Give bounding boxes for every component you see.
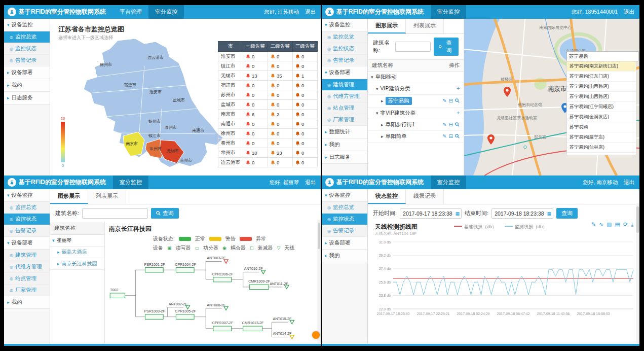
device-topology-diagram[interactable]: T002 PSR1001-2F CPR1004-2F ANT003-2F CPR… xyxy=(108,254,321,345)
sidebar-item-monitor-overview[interactable]: ◎监控总览 xyxy=(322,202,367,214)
device-node[interactable] xyxy=(213,277,232,282)
map-city-label[interactable]: 常州市 xyxy=(149,147,162,151)
map-city-label[interactable]: 苏州市 xyxy=(180,158,192,163)
query-button[interactable]: 查询 xyxy=(556,208,578,219)
sidebar-section-mine[interactable]: ▸我的 xyxy=(4,296,50,309)
tree-node-fuyang-simple[interactable]: ▸ 阜阳简单 ✎ ⊟ xyxy=(368,131,464,143)
table-row[interactable]: 连云港市000 xyxy=(218,158,318,167)
map-search-input[interactable] xyxy=(566,51,638,61)
table-row[interactable]: 泰州市000 xyxy=(218,138,318,148)
table-row[interactable]: 淮安市000 xyxy=(218,52,318,61)
tab-list-view[interactable]: 列表展示 xyxy=(406,19,444,33)
tree-node-fuyang-street[interactable]: ▸ 阜阳步行街1 ✎ ⊟ xyxy=(368,119,464,131)
calendar-icon[interactable]: ▦ xyxy=(547,211,552,216)
nav-indoor-monitor[interactable]: 室分监控 xyxy=(148,5,184,19)
nav-indoor-monitor[interactable]: 室分监控 xyxy=(113,176,148,189)
end-time-input[interactable] xyxy=(491,208,553,219)
tree-node-root[interactable]: ▾ 崔丽琴 xyxy=(50,235,104,247)
tree-node-root[interactable]: ▾ 阜阳移动 xyxy=(368,72,464,83)
vertical-scrollbar[interactable] xyxy=(636,203,639,343)
map-city-label[interactable]: 宿迁市 xyxy=(124,83,136,87)
scrollbar-thumb[interactable] xyxy=(318,223,320,249)
logout-link[interactable]: 退出 xyxy=(624,9,634,16)
map-city-label[interactable]: 淮安市 xyxy=(149,90,162,94)
toolbox-mark-icon[interactable]: ✎ xyxy=(591,222,596,227)
sidebar-item-monitor-status[interactable]: ◎监控状态 xyxy=(4,214,50,225)
sidebar-item-site-mgmt[interactable]: ◎站点管理 xyxy=(4,273,50,285)
sidebar-item-maintainer-mgmt[interactable]: ◎代维方管理 xyxy=(4,261,50,273)
nav-indoor-monitor[interactable]: 室分监控 xyxy=(431,5,466,19)
search-icon[interactable] xyxy=(455,122,460,127)
sidebar-section-mine[interactable]: ▸我的 xyxy=(4,79,50,92)
search-result-item[interactable]: 苏宁易购(山西路店) xyxy=(567,82,636,92)
sidebar-item-building-mgmt[interactable]: ◎建筑管理 xyxy=(322,79,367,91)
tree-node-nonvip-category[interactable]: ▾ 非VIP建筑分类 + xyxy=(368,108,464,119)
legend-monitor[interactable]: 监测线损（db） xyxy=(505,224,547,230)
map-city-label[interactable]: 镇江市 xyxy=(148,133,161,138)
search-result-item[interactable]: 苏宁易购(仙林店) xyxy=(567,143,636,153)
device-node[interactable] xyxy=(243,326,262,331)
map-pin-red[interactable] xyxy=(487,134,495,145)
map-city-label[interactable]: 连云港市 xyxy=(147,55,164,60)
device-node[interactable] xyxy=(145,268,164,272)
search-result-item[interactable]: 苏宁易购(南京新街口店) xyxy=(567,61,636,72)
add-icon[interactable]: + xyxy=(457,86,460,91)
sidebar-item-monitor-overview[interactable]: ◎监控总览 xyxy=(4,202,50,214)
device-node[interactable] xyxy=(145,314,164,319)
query-button[interactable]: 查询 xyxy=(434,38,459,56)
search-result-item[interactable]: 苏宁易购(金润发店) xyxy=(567,112,636,122)
scrollbar-thumb[interactable] xyxy=(636,206,639,233)
device-node[interactable] xyxy=(249,285,269,289)
map-city-label[interactable]: 无锡市 xyxy=(167,149,179,153)
vertical-scrollbar[interactable] xyxy=(317,220,321,343)
sidebar-section-mine[interactable]: ▸我的 xyxy=(322,250,367,262)
map-city-label[interactable]: 扬州市 xyxy=(148,119,161,124)
search-result-item[interactable]: 苏宁易购(江东门店) xyxy=(567,72,636,82)
sidebar-section-device-deploy[interactable]: ▾设备部署 xyxy=(322,66,367,79)
search-result-item[interactable]: 苏宁易购(南京江宁店) xyxy=(567,153,636,155)
building-name-input[interactable] xyxy=(395,42,431,52)
calendar-icon[interactable]: ▦ xyxy=(456,211,460,216)
sidebar-item-monitor-overview[interactable]: ◎监控总览 xyxy=(322,31,367,43)
sidebar-section-device-deploy[interactable]: ▾设备部署 xyxy=(4,237,50,250)
sidebar-item-alarm-records[interactable]: ◎告警记录 xyxy=(4,55,50,66)
sidebar-item-building-mgmt[interactable]: ◎建筑管理 xyxy=(4,250,50,261)
table-row[interactable]: 南京市620 xyxy=(218,110,318,119)
sidebar-section-device-monitor[interactable]: ▾设备监控 xyxy=(322,189,367,202)
jiangsu-province-map[interactable]: 徐州市 连云港市 宿迁市 淮安市 盐城市 扬州市 泰州市 南通市 南京市 镇江市… xyxy=(80,36,232,174)
tab-status-monitor[interactable]: 状态监控 xyxy=(368,189,406,204)
sidebar-section-data-stats[interactable]: ▸数据统计 xyxy=(322,126,367,138)
query-button[interactable]: 查询 xyxy=(151,208,179,219)
sidebar-section-log-service[interactable]: ▸日志服务 xyxy=(4,92,50,104)
table-row[interactable]: 南通市000 xyxy=(218,119,318,129)
delete-icon[interactable]: ⊟ xyxy=(449,122,453,127)
sidebar-section-device-monitor[interactable]: ▾设备监控 xyxy=(4,189,50,202)
map-pin-red[interactable] xyxy=(504,87,511,97)
start-time-input[interactable] xyxy=(400,208,462,219)
sidebar-section-device-monitor[interactable]: ▾设备监控 xyxy=(322,19,367,31)
search-result-item[interactable]: 苏宁易购(建宁店) xyxy=(567,132,636,143)
toolbox-save-icon[interactable]: ⤓ xyxy=(631,222,633,227)
toolbox-line-icon[interactable]: ∿ xyxy=(599,222,603,227)
sidebar-item-maintainer-mgmt[interactable]: ◎代维方管理 xyxy=(322,91,367,102)
toolbox-dataview-icon[interactable]: ▤ xyxy=(615,222,620,227)
nav-indoor-monitor[interactable]: 室分监控 xyxy=(431,176,466,189)
tab-lineloss-records[interactable]: 线损记录 xyxy=(406,189,444,204)
tab-graphic-view[interactable]: 图形展示 xyxy=(50,189,88,204)
sidebar-item-monitor-status[interactable]: ◎监控状态 xyxy=(4,43,50,55)
sidebar-section-device-monitor[interactable]: ▾设备监控 xyxy=(4,19,50,31)
sidebar-item-monitor-status[interactable]: ◎监控状态 xyxy=(322,43,367,55)
sidebar-item-monitor-overview[interactable]: ◎监控总览 xyxy=(4,31,50,43)
toolbox-restore-icon[interactable]: ⟳ xyxy=(623,222,628,227)
search-icon[interactable] xyxy=(455,134,460,138)
map-city-label[interactable]: 泰州市 xyxy=(165,125,177,130)
map-city-label[interactable]: 盐城市 xyxy=(173,98,185,102)
edit-icon[interactable]: ✎ xyxy=(442,134,446,139)
edit-icon[interactable]: ✎ xyxy=(442,98,446,103)
delete-icon[interactable]: ⊟ xyxy=(449,134,453,139)
table-row[interactable]: 常州市10230 xyxy=(218,148,318,158)
sidebar-item-vendor-mgmt[interactable]: ◎厂家管理 xyxy=(322,114,367,126)
table-row[interactable]: 宿迁市000 xyxy=(218,81,318,90)
tree-node-vip-category[interactable]: ▾ VIP建筑分类 + xyxy=(368,83,464,95)
table-row[interactable]: 盐城市000 xyxy=(218,100,318,110)
